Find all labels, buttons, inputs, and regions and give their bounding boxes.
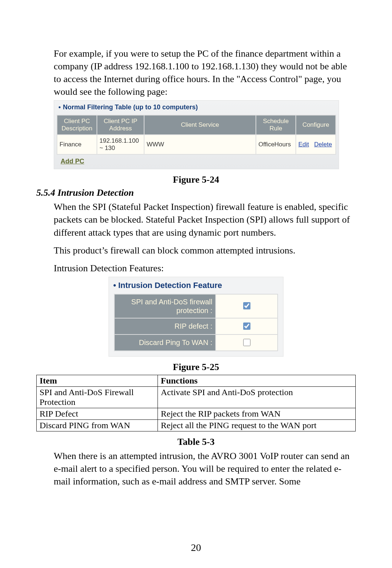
page: For example, if you were to setup the PC… (0, 0, 392, 568)
col-schedule-rule: Schedule Rule (256, 115, 296, 135)
paragraph-spi-1: When the SPI (Stateful Packet Inspection… (54, 200, 356, 239)
cell-item: Discard PING from WAN (37, 419, 158, 431)
filtering-table-title-text: Normal Filtering Table (up to 10 compute… (63, 104, 198, 111)
paragraph-intro: For example, if you were to setup the PC… (54, 47, 356, 98)
cell-item: RIP Defect (37, 408, 158, 419)
functions-table: Item Functions SPI and Anti-DoS Firewall… (36, 375, 356, 431)
cell-func: Reject all the PING request to the WAN p… (158, 419, 356, 431)
cell-func: Reject the RIP packets from WAN (158, 408, 356, 419)
filtering-table: Client PC Description Client PC IP Addre… (57, 115, 336, 155)
intrusion-feature-screenshot: •Intrusion Detection Feature SPI and Ant… (109, 277, 283, 357)
rip-checkbox[interactable] (243, 322, 250, 330)
intrusion-feature-title-text: Intrusion Detection Feature (118, 281, 222, 290)
figure-5-24-caption: Figure 5-24 (36, 174, 356, 185)
idf-row-ping: Discard Ping To WAN : (114, 334, 278, 351)
add-pc-link[interactable]: Add PC (54, 158, 84, 169)
table-header-row: Client PC Description Client PC IP Addre… (57, 115, 336, 135)
idf-value-rip (216, 318, 278, 334)
cell-service: WWW (144, 135, 256, 154)
idf-label-rip: RIP defect : (114, 318, 216, 334)
table-row: Finance 192.168.1.100 ~ 130 WWW OfficeHo… (57, 135, 336, 154)
ping-checkbox[interactable] (243, 339, 250, 346)
filtering-table-screenshot: •Normal Filtering Table (up to 10 comput… (54, 100, 339, 169)
idf-row-rip: RIP defect : (114, 318, 278, 334)
idf-value-ping (216, 334, 278, 351)
table-header-row: Item Functions (37, 375, 356, 386)
cell-func: Activate SPI and Anti-DoS protection (158, 386, 356, 408)
intrusion-feature-title: •Intrusion Detection Feature (109, 277, 283, 294)
bullet-icon: • (58, 104, 61, 111)
col-item: Item (37, 375, 158, 386)
filtering-table-title: •Normal Filtering Table (up to 10 comput… (54, 101, 339, 115)
idf-label-spi: SPI and Anti-DoS firewall protection : (114, 294, 216, 318)
col-client-desc: Client PC Description (57, 115, 97, 135)
edit-link[interactable]: Edit (298, 141, 309, 148)
cell-rule: OfficeHours (256, 135, 296, 154)
paragraph-tail: When there is an attempted intrusion, th… (54, 450, 356, 488)
idf-label-ping: Discard Ping To WAN : (114, 334, 216, 351)
delete-link[interactable]: Delete (314, 141, 332, 148)
table-5-3-caption: Table 5-3 (36, 437, 356, 447)
col-client-service: Client Service (144, 115, 256, 135)
cell-configure: Edit Delete (296, 135, 336, 154)
idf-row-spi: SPI and Anti-DoS firewall protection : (114, 294, 278, 318)
bullet-icon: • (113, 281, 116, 290)
cell-desc: Finance (57, 135, 97, 154)
col-configure: Configure (296, 115, 336, 135)
table-row: RIP Defect Reject the RIP packets from W… (37, 408, 356, 419)
spi-checkbox[interactable] (243, 302, 250, 309)
section-heading-intrusion-detection: 5.5.4 Intrusion Detection (36, 187, 356, 198)
col-client-ip: Client PC IP Address (97, 115, 144, 135)
figure-5-25-caption: Figure 5-25 (36, 362, 356, 373)
intrusion-feature-table: SPI and Anti-DoS firewall protection : R… (114, 294, 278, 351)
table-row: SPI and Anti-DoS Firewall Protection Act… (37, 386, 356, 408)
cell-item: SPI and Anti-DoS Firewall Protection (37, 386, 158, 408)
table-row: Discard PING from WAN Reject all the PIN… (37, 419, 356, 431)
col-functions: Functions (158, 375, 356, 386)
idf-value-spi (216, 294, 278, 318)
cell-ip: 192.168.1.100 ~ 130 (97, 135, 144, 154)
paragraph-spi-2: This product’s firewall can block common… (54, 244, 356, 257)
paragraph-spi-3: Intrusion Detection Features: (54, 262, 356, 275)
page-number: 20 (0, 542, 392, 553)
